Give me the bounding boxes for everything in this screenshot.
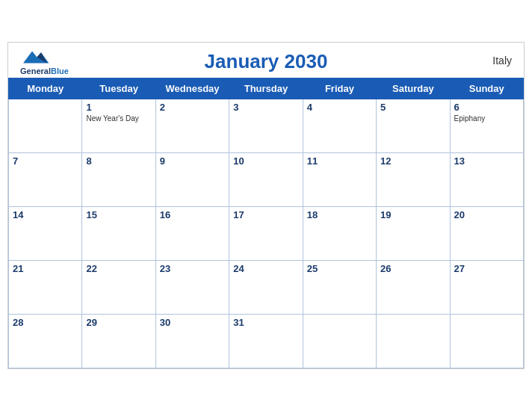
day-number: 17 bbox=[233, 209, 298, 220]
week-row-4: 21222324252627 bbox=[9, 261, 524, 315]
calendar-cell-w1-d7: 6Epiphany bbox=[450, 99, 523, 153]
week-row-1: 1New Year's Day23456Epiphany bbox=[9, 99, 524, 153]
day-number: 27 bbox=[454, 263, 519, 274]
day-number: 3 bbox=[233, 102, 298, 113]
day-number: 24 bbox=[233, 263, 298, 274]
calendar-cell-w3-d1: 14 bbox=[9, 207, 82, 261]
day-number: 1 bbox=[86, 102, 151, 113]
calendar-cell-w3-d7: 20 bbox=[450, 207, 523, 261]
calendar-cell-w4-d2: 22 bbox=[82, 261, 155, 315]
header-saturday: Saturday bbox=[377, 78, 450, 99]
day-number: 10 bbox=[233, 155, 298, 167]
logo-icon bbox=[20, 45, 50, 66]
day-number: 15 bbox=[86, 209, 151, 220]
day-number: 25 bbox=[307, 263, 372, 274]
calendar-container: GeneralBlue January 2030 Italy Monday Tu… bbox=[7, 42, 525, 369]
calendar-cell-w1-d3: 2 bbox=[155, 99, 229, 153]
calendar-cell-w2-d3: 9 bbox=[155, 153, 229, 207]
calendar-cell-w5-d2: 29 bbox=[82, 315, 155, 368]
calendar-cell-w3-d5: 18 bbox=[303, 207, 376, 261]
day-number: 22 bbox=[86, 263, 151, 274]
header-sunday: Sunday bbox=[450, 78, 523, 99]
day-number: 26 bbox=[380, 263, 445, 274]
day-number: 4 bbox=[307, 102, 372, 113]
calendar-table: Monday Tuesday Wednesday Thursday Friday… bbox=[8, 78, 524, 368]
calendar-cell-w5-d4: 31 bbox=[229, 315, 303, 368]
day-number: 31 bbox=[233, 317, 298, 328]
day-number: 11 bbox=[307, 155, 372, 167]
country-label: Italy bbox=[492, 55, 512, 67]
day-number: 7 bbox=[13, 155, 78, 167]
calendar-cell-w1-d6: 5 bbox=[377, 99, 450, 153]
calendar-cell-w3-d2: 15 bbox=[82, 207, 155, 261]
day-number: 9 bbox=[160, 155, 225, 167]
calendar-cell-w4-d1: 21 bbox=[9, 261, 82, 315]
calendar-cell-w5-d5 bbox=[303, 315, 376, 368]
calendar-cell-w2-d2: 8 bbox=[82, 153, 155, 207]
day-number: 30 bbox=[160, 317, 225, 328]
day-number: 13 bbox=[454, 155, 519, 167]
day-number: 19 bbox=[380, 209, 445, 220]
day-number: 18 bbox=[307, 209, 372, 220]
day-number: 29 bbox=[86, 317, 151, 328]
day-number: 20 bbox=[454, 209, 519, 220]
calendar-cell-w1-d5: 4 bbox=[303, 99, 376, 153]
calendar-cell-w2-d1: 7 bbox=[9, 153, 82, 207]
header-monday: Monday bbox=[9, 78, 82, 99]
calendar-cell-w5-d1: 28 bbox=[9, 315, 82, 368]
day-number: 2 bbox=[160, 102, 225, 113]
calendar-cell-w1-d4: 3 bbox=[229, 99, 303, 153]
calendar-cell-w1-d1 bbox=[9, 99, 82, 153]
day-number: 8 bbox=[86, 155, 151, 167]
day-number: 16 bbox=[160, 209, 225, 220]
calendar-cell-w4-d4: 24 bbox=[229, 261, 303, 315]
holiday-label: New Year's Day bbox=[86, 114, 151, 123]
header-thursday: Thursday bbox=[229, 78, 303, 99]
holiday-label: Epiphany bbox=[454, 114, 519, 123]
calendar-cell-w5-d3: 30 bbox=[155, 315, 229, 368]
calendar-cell-w2-d5: 11 bbox=[303, 153, 376, 207]
calendar-cell-w3-d3: 16 bbox=[155, 207, 229, 261]
calendar-cell-w3-d6: 19 bbox=[377, 207, 450, 261]
logo: GeneralBlue bbox=[20, 45, 69, 75]
header-wednesday: Wednesday bbox=[155, 78, 229, 99]
week-row-5: 28293031 bbox=[9, 315, 524, 368]
header-tuesday: Tuesday bbox=[82, 78, 155, 99]
calendar-cell-w4-d3: 23 bbox=[155, 261, 229, 315]
calendar-cell-w1-d2: 1New Year's Day bbox=[82, 99, 155, 153]
calendar-cell-w4-d5: 25 bbox=[303, 261, 376, 315]
calendar-cell-w2-d4: 10 bbox=[229, 153, 303, 207]
weekday-header-row: Monday Tuesday Wednesday Thursday Friday… bbox=[9, 78, 524, 99]
calendar-cell-w2-d6: 12 bbox=[377, 153, 450, 207]
calendar-cell-w5-d7 bbox=[450, 315, 523, 368]
calendar-cell-w2-d7: 13 bbox=[450, 153, 523, 207]
calendar-header: GeneralBlue January 2030 Italy bbox=[8, 43, 524, 78]
day-number: 28 bbox=[13, 317, 78, 328]
day-number: 12 bbox=[380, 155, 445, 167]
day-number: 6 bbox=[454, 102, 519, 113]
day-number: 5 bbox=[380, 102, 445, 113]
calendar-cell-w3-d4: 17 bbox=[229, 207, 303, 261]
week-row-3: 14151617181920 bbox=[9, 207, 524, 261]
calendar-cell-w5-d6 bbox=[377, 315, 450, 368]
calendar-cell-w4-d6: 26 bbox=[377, 261, 450, 315]
logo-text: GeneralBlue bbox=[20, 66, 69, 75]
day-number: 14 bbox=[13, 209, 78, 220]
calendar-cell-w4-d7: 27 bbox=[450, 261, 523, 315]
day-number: 21 bbox=[13, 263, 78, 274]
month-title: January 2030 bbox=[205, 50, 328, 73]
day-number: 23 bbox=[160, 263, 225, 274]
week-row-2: 78910111213 bbox=[9, 153, 524, 207]
header-friday: Friday bbox=[303, 78, 376, 99]
